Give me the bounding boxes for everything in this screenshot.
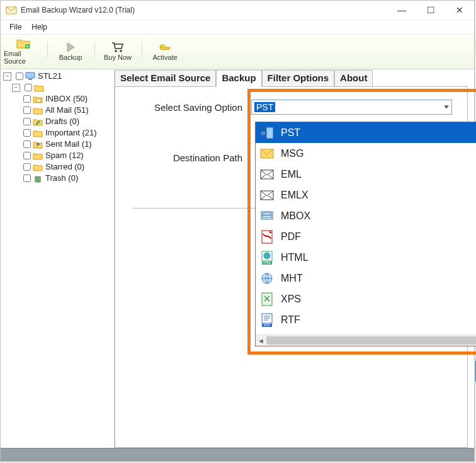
folder-checkbox[interactable] <box>23 140 31 148</box>
dropdown-option-xps[interactable]: XPS <box>256 289 476 309</box>
tree-folder[interactable]: INBOX (50) <box>21 93 113 105</box>
dropdown-option-emlx[interactable]: EMLX <box>256 185 476 205</box>
collapse-icon[interactable]: − <box>12 84 20 92</box>
option-label: EMLX <box>281 190 309 201</box>
emlx-icon <box>259 188 275 202</box>
tree-folder[interactable]: Trash (0) <box>21 173 113 184</box>
dropdown-option-html[interactable]: HTMLHTML <box>256 247 476 268</box>
chevron-down-icon <box>444 106 449 109</box>
folder-checkbox[interactable] <box>23 129 31 137</box>
content-area: Select Email Source Backup Filter Option… <box>115 69 474 448</box>
tool-activate[interactable]: Activate <box>145 36 185 66</box>
maximize-button[interactable]: ☐ <box>416 1 445 20</box>
svg-point-2 <box>120 50 122 52</box>
tree-root-label: STL21 <box>38 71 62 82</box>
svg-rect-6 <box>28 79 32 80</box>
dropdown-option-mbox[interactable]: MBOX <box>256 205 476 226</box>
dropdown-hscrollbar[interactable]: ◄ ► <box>256 334 476 346</box>
tab-select-source[interactable]: Select Email Source <box>115 70 216 87</box>
tab-about[interactable]: About <box>334 70 373 87</box>
folder-icon <box>34 83 44 92</box>
svg-rect-5 <box>26 72 35 78</box>
tree-account-checkbox[interactable] <box>25 84 32 91</box>
dropdown-option-msg[interactable]: MSG <box>256 143 476 164</box>
collapse-icon[interactable]: − <box>3 72 11 81</box>
tool-email-source[interactable]: Email Source <box>3 36 43 66</box>
folder-label: Trash (0) <box>45 173 78 184</box>
dropdown-option-pdf[interactable]: PDF <box>256 226 476 247</box>
separator <box>47 37 48 64</box>
tree-folder[interactable]: Important (21) <box>21 127 113 139</box>
tab-strip: Select Email Source Backup Filter Option… <box>115 69 468 86</box>
hscrollbar-thumb[interactable] <box>266 336 476 345</box>
folder-icon <box>33 117 43 126</box>
eml-icon <box>259 168 275 181</box>
saving-option-label: Select Saving Option <box>130 102 251 113</box>
pst-icon: O <box>259 126 275 140</box>
dropdown-option-pst[interactable]: OPST <box>256 122 476 143</box>
tree-root[interactable]: − STL21 <box>3 71 113 82</box>
app-window: Email Backup Wizard v12.0 (Trial) — ☐ ✕ … <box>0 0 475 462</box>
tree-folder[interactable]: Spam (12) <box>21 150 113 161</box>
destination-label: Destination Path <box>130 152 251 163</box>
window-title: Email Backup Wizard v12.0 (Trial) <box>21 6 387 14</box>
folder-label: INBOX (50) <box>45 93 88 105</box>
folder-checkbox[interactable] <box>23 95 31 103</box>
option-label: PST <box>281 127 300 139</box>
menu-bar: File Help <box>1 20 474 35</box>
folder-label: Drafts (0) <box>45 116 79 127</box>
scroll-left-icon[interactable]: ◄ <box>256 337 266 345</box>
computer-icon <box>25 72 35 81</box>
tool-label: Email Source <box>4 50 43 65</box>
tree-root-checkbox[interactable] <box>16 72 23 80</box>
svg-rect-17 <box>263 215 271 217</box>
tree-folder[interactable]: Drafts (0) <box>21 116 113 127</box>
dropdown-option-mht[interactable]: MHT <box>256 268 476 289</box>
play-icon <box>64 41 77 54</box>
option-label: MHT <box>281 273 303 284</box>
tree-folder[interactable]: Sent Mail (1) <box>21 139 113 150</box>
rtf-icon: RTF <box>259 313 275 327</box>
option-label: RTF <box>281 314 300 326</box>
saving-option-combo[interactable]: PST <box>251 100 452 115</box>
close-button[interactable]: ✕ <box>445 1 474 20</box>
tab-filter[interactable]: Filter Options <box>262 70 335 87</box>
svg-text:HTML: HTML <box>263 261 271 265</box>
folder-label: Important (21) <box>45 127 97 139</box>
toolbar: Email Source Backup Buy Now <box>1 35 474 69</box>
status-bar <box>1 448 474 461</box>
svg-point-4 <box>161 47 163 49</box>
xps-icon <box>259 292 275 306</box>
tool-label: Backup <box>59 54 82 61</box>
folder-icon <box>33 163 43 171</box>
folder-icon <box>33 140 43 149</box>
menu-file[interactable]: File <box>4 21 26 33</box>
svg-text:RTF: RTF <box>264 323 270 327</box>
svg-text:O: O <box>261 131 265 135</box>
tree-folder[interactable]: Starred (0) <box>21 161 113 173</box>
folder-label: Spam (12) <box>45 150 84 161</box>
folder-checkbox[interactable] <box>23 106 31 114</box>
folder-checkbox[interactable] <box>23 118 31 125</box>
dropdown-option-rtf[interactable]: RTFRTF <box>256 309 476 330</box>
minimize-button[interactable]: — <box>387 1 416 20</box>
folder-checkbox[interactable] <box>23 152 31 159</box>
tab-backup[interactable]: Backup <box>216 70 261 87</box>
main-body: − STL21 − <box>1 69 474 448</box>
folder-checkbox[interactable] <box>23 163 31 171</box>
tool-backup[interactable]: Backup <box>50 36 91 66</box>
option-label: HTML <box>281 252 309 263</box>
tree-account[interactable]: − <box>12 82 113 93</box>
option-label: EML <box>281 169 302 180</box>
tool-buy-now[interactable]: Buy Now <box>98 36 138 66</box>
menu-help[interactable]: Help <box>26 21 52 33</box>
folder-icon <box>33 174 43 183</box>
svg-rect-11 <box>266 127 273 139</box>
saving-option-dropdown[interactable]: OPSTMSGEMLEMLXMBOXPDFHTMLHTMLMHTXPSRTFRT… <box>255 122 476 346</box>
tree-folder[interactable]: All Mail (51) <box>21 105 113 116</box>
option-label: XPS <box>281 294 301 305</box>
dropdown-option-eml[interactable]: EML <box>256 164 476 185</box>
folder-tree[interactable]: − STL21 − <box>1 69 115 448</box>
folder-checkbox[interactable] <box>23 174 31 182</box>
svg-rect-7 <box>37 99 41 102</box>
